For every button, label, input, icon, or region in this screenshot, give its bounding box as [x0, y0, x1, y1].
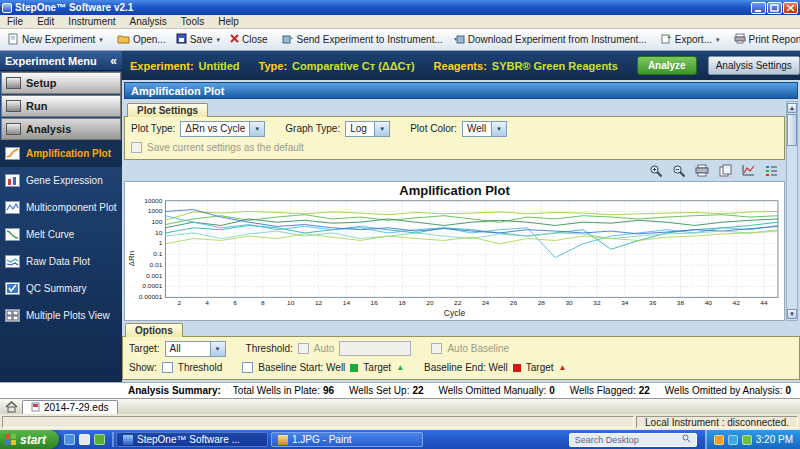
- chevron-down-icon[interactable]: ▼: [249, 122, 264, 136]
- target-label: Target:: [129, 343, 160, 354]
- tab-plot-settings[interactable]: Plot Settings: [127, 103, 208, 117]
- zoom-out-icon[interactable]: [671, 163, 687, 178]
- taskbar-window-paint[interactable]: 1.JPG - Paint: [271, 432, 423, 447]
- svg-text:26: 26: [510, 300, 518, 307]
- chevron-down-icon[interactable]: ▼: [491, 122, 506, 136]
- svg-text:10: 10: [155, 229, 163, 236]
- chevron-down-icon[interactable]: ▼: [210, 342, 225, 356]
- tray-icon[interactable]: [728, 435, 738, 445]
- start-button[interactable]: start: [0, 430, 59, 449]
- download-from-instrument-button[interactable]: Download Experiment from Instrument...: [448, 31, 652, 48]
- menu-instrument[interactable]: Instrument: [61, 16, 122, 27]
- svg-text:18: 18: [398, 300, 406, 307]
- svg-text:2: 2: [178, 300, 182, 307]
- clock[interactable]: 3:20 PM: [756, 434, 793, 445]
- menu-file[interactable]: File: [0, 16, 30, 27]
- minimize-button[interactable]: [751, 2, 766, 14]
- sidebar-item-setup[interactable]: Setup: [1, 72, 121, 94]
- tray-icon[interactable]: [714, 435, 724, 445]
- sidebar-item-run[interactable]: Run: [1, 95, 121, 117]
- dropdown-arrow-icon[interactable]: ▾: [99, 36, 103, 44]
- search-desktop-box[interactable]: Search Desktop: [569, 433, 697, 447]
- send-instrument-icon: [282, 33, 294, 46]
- export-button[interactable]: Export... ▾: [656, 31, 725, 48]
- home-icon[interactable]: [3, 400, 19, 414]
- collapse-sidebar-icon[interactable]: «: [110, 54, 117, 68]
- show-threshold-checkbox[interactable]: [162, 362, 173, 373]
- baseline-start-checkbox[interactable]: [242, 362, 253, 373]
- quick-launch-icon[interactable]: [79, 434, 90, 445]
- sidebar-item-amplification-plot[interactable]: Amplification Plot: [0, 140, 122, 167]
- menu-edit[interactable]: Edit: [30, 16, 61, 27]
- dropdown-arrow-icon[interactable]: ▾: [216, 36, 220, 44]
- chevron-down-icon[interactable]: ▼: [374, 122, 389, 136]
- tray-icon[interactable]: [742, 435, 752, 445]
- scroll-up-icon[interactable]: ▲: [787, 103, 797, 113]
- analysis-summary-label: Analysis Summary:: [128, 385, 221, 396]
- close-experiment-button[interactable]: Close: [225, 32, 273, 47]
- sidebar-title: Experiment Menu: [5, 55, 97, 67]
- auto-label: Auto: [314, 343, 335, 354]
- summary-item: Wells Omitted by Analysis:0: [665, 385, 791, 396]
- sidebar-item-gene-expression[interactable]: Gene Expression: [0, 167, 122, 194]
- menu-help[interactable]: Help: [211, 16, 246, 27]
- target-select[interactable]: All ▼: [165, 341, 226, 357]
- svg-text:42: 42: [733, 300, 741, 307]
- graph-type-label: Graph Type:: [285, 123, 340, 134]
- panel-title-bar: Amplification Plot: [124, 82, 798, 99]
- svg-text:28: 28: [538, 300, 546, 307]
- sidebar-item-melt-curve[interactable]: Melt Curve: [0, 221, 122, 248]
- plot-color-select[interactable]: Well ▼: [462, 121, 507, 137]
- menu-analysis[interactable]: Analysis: [123, 16, 174, 27]
- edit-plot-icon[interactable]: [740, 163, 756, 178]
- zoom-in-icon[interactable]: [648, 163, 664, 178]
- sidebar-item-raw-data-plot[interactable]: Raw Data Plot: [0, 248, 122, 275]
- chart-y-axis-label: ΔRn: [127, 250, 136, 266]
- svg-text:14: 14: [343, 300, 351, 307]
- analysis-settings-button[interactable]: Analysis Settings: [708, 56, 800, 75]
- type-label: Type:: [259, 60, 288, 72]
- svg-text:32: 32: [593, 300, 601, 307]
- send-to-instrument-button[interactable]: Send Experiment to Instrument...: [277, 31, 448, 48]
- experiment-file-tab[interactable]: 2014-7-29.eds: [22, 400, 118, 414]
- search-icon[interactable]: [682, 434, 691, 445]
- scrollbar-thumb[interactable]: [787, 114, 797, 146]
- sidebar-item-analysis[interactable]: Analysis: [1, 118, 121, 140]
- amplification-chart-svg[interactable]: 1000010001001010.10.010.0010.00010.00001…: [125, 198, 784, 310]
- show-threshold-label: Threshold: [178, 362, 222, 373]
- summary-item: Wells Omitted Manually:0: [439, 385, 555, 396]
- plot-settings-panel: Plot Settings Plot Type: ΔRn vs Cycle ▼ …: [124, 103, 785, 160]
- quick-launch-icon[interactable]: [94, 434, 105, 445]
- analyze-button[interactable]: Analyze: [637, 56, 697, 75]
- save-button[interactable]: Save ▾: [171, 31, 225, 48]
- svg-text:36: 36: [649, 300, 657, 307]
- amplification-chart[interactable]: Amplification Plot ΔRn 1000010001001010.…: [124, 181, 785, 321]
- new-experiment-button[interactable]: New Experiment ▾: [3, 31, 108, 49]
- tab-options[interactable]: Options: [125, 323, 183, 337]
- copy-plot-icon[interactable]: [717, 163, 733, 178]
- close-button[interactable]: [783, 2, 798, 14]
- graph-type-select[interactable]: Log ▼: [345, 121, 390, 137]
- print-plot-icon[interactable]: [694, 163, 710, 178]
- sidebar-item-multicomponent-plot[interactable]: Multicomponent Plot: [0, 194, 122, 221]
- threshold-input[interactable]: [339, 341, 411, 356]
- open-button[interactable]: Open...: [112, 31, 171, 48]
- legend-icon[interactable]: [763, 163, 779, 178]
- taskbar-window-stepone[interactable]: StepOne™ Software ...: [116, 432, 268, 447]
- scroll-down-icon[interactable]: ▼: [787, 309, 797, 319]
- quick-launch-icon[interactable]: [64, 434, 75, 445]
- plot-type-select[interactable]: ΔRn vs Cycle ▼: [180, 121, 265, 137]
- print-report-button[interactable]: Print Report...: [729, 31, 800, 48]
- maximize-button[interactable]: [767, 2, 782, 14]
- auto-threshold-checkbox[interactable]: [298, 343, 309, 354]
- stepone-taskbar-icon: [123, 435, 133, 445]
- save-default-checkbox[interactable]: [131, 142, 142, 153]
- dropdown-arrow-icon[interactable]: ▾: [716, 36, 720, 44]
- sidebar-item-qc-summary[interactable]: QC Summary: [0, 275, 122, 302]
- chart-scrollbar[interactable]: ▲ ▼: [786, 101, 798, 321]
- menu-tools[interactable]: Tools: [174, 16, 211, 27]
- sidebar-item-multiple-plots-view[interactable]: Multiple Plots View: [0, 302, 122, 329]
- auto-baseline-checkbox[interactable]: [431, 343, 442, 354]
- system-tray: 3:20 PM: [705, 430, 800, 449]
- svg-text:8: 8: [261, 300, 265, 307]
